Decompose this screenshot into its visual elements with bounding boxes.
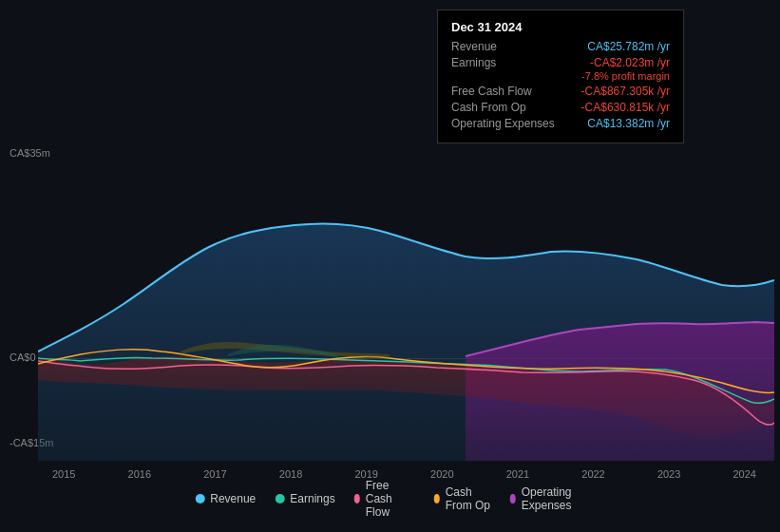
tooltip-value-revenue: CA$25.782m /yr [587, 40, 670, 53]
legend-label-cashfromop: Cash From Op [446, 485, 491, 512]
x-label-2023: 2023 [657, 468, 680, 480]
legend-dot-cashfromop [434, 494, 440, 504]
legend-label-revenue: Revenue [210, 492, 256, 505]
chart-svg [38, 147, 774, 461]
legend-opex[interactable]: Operating Expenses [510, 485, 585, 512]
tooltip-row-opex: Operating Expenses CA$13.382m /yr [451, 117, 670, 130]
y-label-middle: CA$0 [10, 352, 36, 363]
tooltip-row-cashfromop: Cash From Op -CA$630.815k /yr [451, 101, 670, 114]
legend-dot-fcf [354, 494, 360, 504]
legend-fcf[interactable]: Free Cash Flow [354, 479, 415, 519]
tooltip-value-opex: CA$13.382m /yr [587, 117, 670, 130]
tooltip-row-revenue: Revenue CA$25.782m /yr [451, 40, 670, 53]
tooltip-row-earnings: Earnings -CA$2.023m /yr [451, 56, 670, 69]
tooltip-value-cashfromop: -CA$630.815k /yr [581, 101, 670, 114]
legend-cashfromop[interactable]: Cash From Op [434, 485, 491, 512]
legend-dot-revenue [195, 494, 204, 504]
tooltip-value-fcf: -CA$867.305k /yr [581, 85, 670, 98]
tooltip-label-fcf: Free Cash Flow [451, 85, 532, 98]
legend-label-earnings: Earnings [290, 492, 334, 505]
tooltip-label-opex: Operating Expenses [451, 117, 555, 130]
x-label-2022: 2022 [581, 468, 604, 480]
profit-margin-text: -7.8% profit margin [581, 70, 670, 82]
legend-dot-opex [510, 494, 516, 504]
legend-label-fcf: Free Cash Flow [366, 479, 415, 519]
tooltip-label-earnings: Earnings [451, 56, 496, 69]
tooltip-label-cashfromop: Cash From Op [451, 101, 526, 114]
legend-label-opex: Operating Expenses [522, 485, 585, 512]
x-label-2015: 2015 [52, 468, 75, 480]
tooltip-value-earnings: -CA$2.023m /yr [590, 56, 670, 69]
legend-dot-earnings [275, 494, 284, 504]
tooltip-row-fcf: Free Cash Flow -CA$867.305k /yr [451, 85, 670, 98]
legend-revenue[interactable]: Revenue [195, 492, 256, 505]
x-label-2024: 2024 [732, 468, 755, 480]
tooltip-date: Dec 31 2024 [451, 20, 670, 34]
x-label-2016: 2016 [128, 468, 151, 480]
chart-container: Dec 31 2024 Revenue CA$25.782m /yr Earni… [0, 0, 780, 532]
tooltip-label-revenue: Revenue [451, 40, 497, 53]
legend: Revenue Earnings Free Cash Flow Cash Fro… [195, 479, 585, 519]
legend-earnings[interactable]: Earnings [275, 492, 334, 505]
tooltip: Dec 31 2024 Revenue CA$25.782m /yr Earni… [437, 10, 684, 143]
profit-margin-row: -7.8% profit margin [451, 70, 670, 82]
